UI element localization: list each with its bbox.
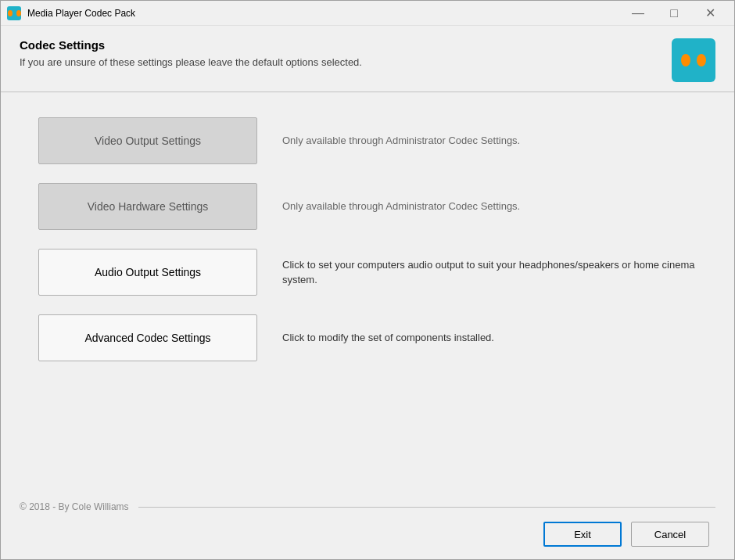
video-output-description: Only available through Administrator Cod…	[282, 133, 697, 149]
codec-settings-subtitle: If you are unsure of these settings plea…	[20, 56, 362, 68]
cancel-button[interactable]: Cancel	[631, 522, 709, 547]
header-section: Codec Settings If you are unsure of thes…	[1, 26, 734, 92]
footer-buttons: Exit Cancel	[20, 522, 715, 547]
footer-section: © 2018 - By Cole Williams Exit Cancel	[1, 489, 734, 559]
copyright-text: © 2018 - By Cole Williams	[20, 501, 129, 512]
video-hardware-row: Video Hardware Settings Only available t…	[38, 183, 697, 230]
advanced-codec-description: Click to modify the set of components in…	[282, 330, 697, 346]
advanced-codec-button[interactable]: Advanced Codec Settings	[38, 314, 257, 361]
audio-output-button[interactable]: Audio Output Settings	[38, 249, 257, 296]
main-window: Media Player Codec Pack — □ ✕ Codec Sett…	[0, 0, 735, 560]
exit-button[interactable]: Exit	[543, 522, 622, 547]
close-button[interactable]: ✕	[692, 1, 728, 26]
header-logo	[672, 38, 715, 82]
app-icon	[7, 6, 21, 20]
logo-icon	[681, 54, 706, 66]
video-output-button: Video Output Settings	[38, 117, 257, 164]
footer-divider-row: © 2018 - By Cole Williams	[20, 501, 715, 512]
video-output-row: Video Output Settings Only available thr…	[38, 117, 697, 164]
advanced-codec-row: Advanced Codec Settings Click to modify …	[38, 314, 697, 361]
window-title: Media Player Codec Pack	[27, 8, 620, 19]
minimize-button[interactable]: —	[620, 1, 656, 26]
footer-divider	[138, 507, 715, 508]
codec-settings-title: Codec Settings	[20, 38, 362, 52]
maximize-button[interactable]: □	[656, 1, 692, 26]
video-hardware-description: Only available through Administrator Cod…	[282, 199, 697, 214]
video-hardware-button: Video Hardware Settings	[38, 183, 257, 230]
audio-output-description: Click to set your computers audio output…	[282, 257, 697, 288]
audio-output-row: Audio Output Settings Click to set your …	[38, 249, 697, 296]
header-text: Codec Settings If you are unsure of thes…	[20, 38, 362, 68]
window-controls: — □ ✕	[620, 1, 728, 26]
content-area: Video Output Settings Only available thr…	[1, 92, 734, 489]
title-bar: Media Player Codec Pack — □ ✕	[1, 1, 734, 26]
